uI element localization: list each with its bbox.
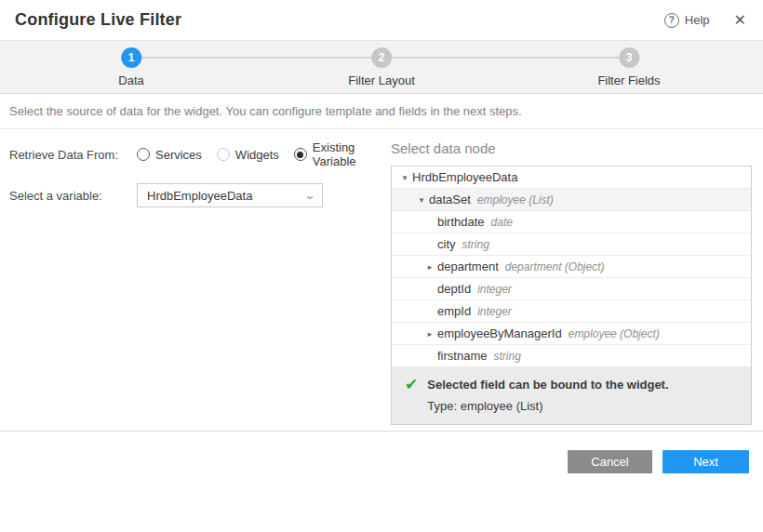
- dialog-footer: Cancel Next: [0, 431, 763, 473]
- chevron-down-icon: ⌄: [303, 189, 315, 202]
- tree-node-employeeByManagerId[interactable]: ▸employeeByManagerIdemployee (Object): [392, 323, 751, 345]
- node-name: firstname: [437, 349, 487, 363]
- instruction-text: Select the source of data for the widget…: [0, 94, 763, 129]
- help-button[interactable]: ? Help: [664, 13, 710, 28]
- expander-right-icon[interactable]: ▸: [422, 262, 437, 272]
- select-data-node-title: Select data node: [391, 140, 754, 156]
- binding-message: ✔ Selected field can be bound to the wid…: [392, 367, 751, 424]
- help-question-icon: ?: [664, 13, 679, 28]
- node-type: integer: [477, 283, 512, 296]
- node-name: department: [437, 259, 499, 273]
- variable-select-value: HrdbEmployeeData: [147, 189, 252, 203]
- data-node-panel: Select data node ▾HrdbEmployeeData▾dataS…: [391, 140, 754, 431]
- node-name: city: [437, 237, 456, 251]
- next-button[interactable]: Next: [663, 450, 749, 473]
- node-type: employee (List): [477, 193, 554, 206]
- variable-select[interactable]: HrdbEmployeeData ⌄: [137, 183, 323, 207]
- help-label: Help: [685, 13, 710, 27]
- node-name: birthdate: [437, 215, 485, 229]
- tree-node-empId[interactable]: empIdinteger: [392, 300, 751, 323]
- radio-services[interactable]: Services: [137, 148, 202, 162]
- data-node-tree: ▾HrdbEmployeeData▾dataSetemployee (List)…: [391, 166, 752, 425]
- radio-circle-icon: [294, 148, 307, 161]
- node-name: employeeByManagerId: [437, 326, 562, 340]
- step-label: Filter Layout: [348, 73, 415, 87]
- configure-live-filter-dialog: Configure Live Filter ? Help ✕ 1Data2Fil…: [0, 0, 763, 532]
- node-type: employee (Object): [569, 327, 660, 340]
- dialog-header: Configure Live Filter ? Help ✕: [0, 0, 763, 41]
- data-source-form: Retrieve Data From: ServicesWidgetsExist…: [9, 140, 391, 431]
- close-icon[interactable]: ✕: [732, 11, 748, 29]
- node-type: date: [491, 216, 513, 229]
- step-filter-fields[interactable]: 3Filter Fields: [597, 47, 660, 87]
- node-type: integer: [477, 305, 512, 318]
- tree-node-birthdate[interactable]: birthdatedate: [392, 211, 751, 233]
- radio-label: Services: [155, 148, 202, 162]
- step-number-badge: 2: [371, 47, 392, 68]
- node-type: department (Object): [505, 260, 605, 273]
- step-label: Filter Fields: [597, 73, 660, 87]
- node-type: string: [493, 350, 520, 363]
- node-name: dataSet: [429, 193, 471, 206]
- data-source-radio-group: ServicesWidgetsExisting Variable: [137, 142, 391, 166]
- node-name: deptId: [437, 282, 471, 296]
- wizard-stepper: 1Data2Filter Layout3Filter Fields: [0, 41, 763, 94]
- radio-existing-variable[interactable]: Existing Variable: [294, 140, 391, 168]
- binding-message-line1: Selected field can be bound to the widge…: [427, 377, 668, 393]
- step-filter-layout[interactable]: 2Filter Layout: [348, 47, 415, 87]
- tree-node-city[interactable]: citystring: [392, 233, 751, 256]
- select-variable-label: Select a variable:: [9, 189, 137, 203]
- expander-down-icon[interactable]: ▾: [397, 173, 412, 182]
- dialog-title: Configure Live Filter: [15, 10, 181, 30]
- step-label: Data: [118, 73, 143, 87]
- expander-right-icon[interactable]: ▸: [422, 329, 437, 339]
- node-name: empId: [437, 304, 471, 318]
- radio-label: Existing Variable: [313, 140, 391, 168]
- tree-node-HrdbEmployeeData[interactable]: ▾HrdbEmployeeData: [392, 166, 751, 189]
- step-data[interactable]: 1Data: [118, 47, 143, 87]
- node-type: string: [462, 238, 489, 251]
- binding-message-line2: Type: employee (List): [427, 399, 668, 413]
- tree-node-department[interactable]: ▸departmentdepartment (Object): [392, 256, 751, 278]
- radio-circle-icon: [137, 148, 150, 161]
- expander-down-icon[interactable]: ▾: [414, 195, 429, 205]
- radio-circle-icon: [217, 148, 230, 161]
- retrieve-data-from-label: Retrieve Data From:: [9, 148, 137, 162]
- radio-label: Widgets: [235, 148, 279, 162]
- step-number-badge: 1: [121, 47, 141, 68]
- check-icon: ✔: [405, 377, 418, 413]
- tree-node-dataSet[interactable]: ▾dataSetemployee (List): [392, 189, 751, 211]
- node-name: HrdbEmployeeData: [412, 170, 517, 184]
- tree-node-firstname[interactable]: firstnamestring: [392, 345, 751, 367]
- step-number-badge: 3: [619, 47, 639, 68]
- tree-node-deptId[interactable]: deptIdinteger: [392, 278, 751, 300]
- cancel-button[interactable]: Cancel: [568, 450, 652, 473]
- radio-widgets[interactable]: Widgets: [217, 148, 279, 162]
